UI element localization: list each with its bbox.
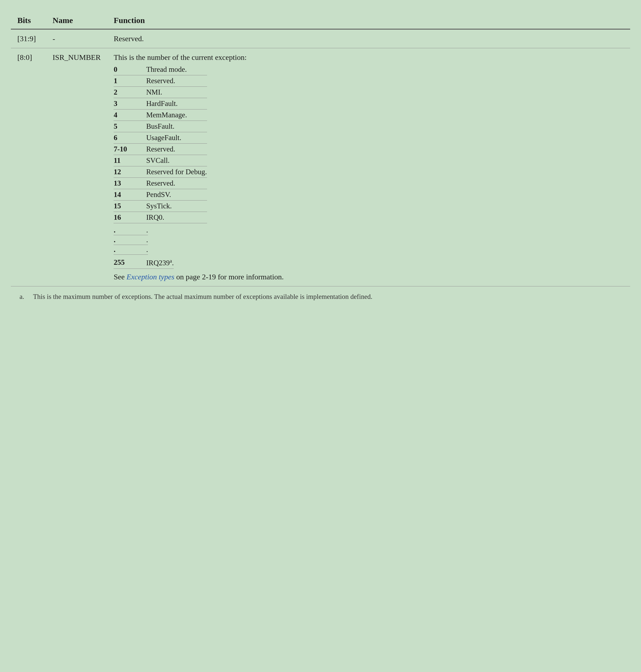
exception-entry-row: 1 Reserved. (113, 75, 207, 87)
exception-entry-row: 11 SVCall. (113, 155, 207, 166)
dot-row: . . (113, 245, 148, 255)
table-row: [31:9] - Reserved. (11, 29, 630, 48)
exception-num: 2 (113, 87, 146, 98)
exception-entry-row: 16 IRQ0. (113, 212, 207, 223)
exception-num: 13 (113, 178, 146, 189)
dot-row: . . (113, 235, 148, 245)
exception-entry-row: 14 PendSV. (113, 189, 207, 201)
exception-desc: MemManage. (146, 109, 207, 121)
see-prefix: See (113, 273, 126, 281)
exception-num: 16 (113, 212, 146, 223)
main-table: Bits Name Function [31:9] - Reserved. [8… (11, 11, 630, 286)
exception-desc: Reserved. (146, 143, 207, 155)
dot-desc: . (146, 225, 148, 235)
exception-entry-row: 12 Reserved for Debug. (113, 166, 207, 178)
dots-table: . . . . . . (113, 225, 148, 255)
exception-desc: BusFault. (146, 121, 207, 132)
exception-num: 4 (113, 109, 146, 121)
footnote-text: This is the maximum number of exceptions… (31, 292, 624, 302)
footnote-letter: a. (17, 292, 31, 302)
exception-entry-row: 6 UsageFault. (113, 132, 207, 143)
exception-num: 1 (113, 75, 146, 87)
table-row: [8:0] ISR_NUMBER This is the number of t… (11, 48, 630, 286)
exception-entry-row: 4 MemManage. (113, 109, 207, 121)
exception-desc: Reserved for Debug. (146, 166, 207, 178)
exception-num: 6 (113, 132, 146, 143)
exception-desc: Thread mode. (146, 64, 207, 75)
exception-table: 0 Thread mode. 1 Reserved. 2 NMI. 3 Hard… (113, 64, 207, 223)
dot-num: . (113, 245, 146, 255)
exception-entry-row: 3 HardFault. (113, 98, 207, 109)
function-intro: This is the number of the current except… (113, 53, 624, 62)
exception-num: 7-10 (113, 143, 146, 155)
exception-desc: Reserved. (146, 178, 207, 189)
exception-desc: PendSV. (146, 189, 207, 201)
exception-desc: IRQ0. (146, 212, 207, 223)
exception-desc: Reserved. (146, 75, 207, 87)
function-cell: Reserved. (107, 29, 630, 48)
footnote-row: a. This is the maximum number of excepti… (17, 292, 624, 302)
exception-entry-row: 2 NMI. (113, 87, 207, 98)
exception-entry-row: 13 Reserved. (113, 178, 207, 189)
dot-desc: . (146, 245, 148, 255)
link-suffix: on page 2-19 for more information. (174, 273, 284, 281)
dot-desc: . (146, 235, 148, 245)
dot-num: . (113, 235, 146, 245)
exception-desc: NMI. (146, 87, 207, 98)
irq-text: IRQ239 (146, 259, 170, 267)
exception-desc: HardFault. (146, 98, 207, 109)
footnote-superscript: a (170, 258, 172, 264)
last-entry-table: 255 IRQ239a. (113, 257, 174, 269)
exception-num: 3 (113, 98, 146, 109)
last-entry-row: 255 IRQ239a. (113, 257, 174, 269)
exception-num: 0 (113, 64, 146, 75)
exception-desc: UsageFault. (146, 132, 207, 143)
exception-desc: SysTick. (146, 201, 207, 212)
bits-cell: [31:9] (11, 29, 46, 48)
exception-entry-row: 0 Thread mode. (113, 64, 207, 75)
exception-desc: SVCall. (146, 155, 207, 166)
exception-num: 5 (113, 121, 146, 132)
name-cell: ISR_NUMBER (46, 48, 107, 286)
exception-entry-row: 5 BusFault. (113, 121, 207, 132)
last-desc: IRQ239a. (146, 257, 174, 269)
last-num: 255 (113, 257, 146, 269)
header-name: Name (46, 11, 107, 29)
dot-row: . . (113, 225, 148, 235)
header-bits: Bits (11, 11, 46, 29)
exception-num: 15 (113, 201, 146, 212)
see-also-line: See Exception types on page 2-19 for mor… (113, 273, 624, 281)
exception-types-link[interactable]: Exception types (126, 273, 174, 281)
footnote-section: a. This is the maximum number of excepti… (11, 286, 630, 304)
function-cell: This is the number of the current except… (107, 48, 630, 286)
exception-entry-row: 7-10 Reserved. (113, 143, 207, 155)
exception-num: 11 (113, 155, 146, 166)
dot-num: . (113, 225, 146, 235)
exception-num: 14 (113, 189, 146, 201)
bits-cell: [8:0] (11, 48, 46, 286)
exception-num: 12 (113, 166, 146, 178)
table-header-row: Bits Name Function (11, 11, 630, 29)
header-function: Function (107, 11, 630, 29)
exception-entry-row: 15 SysTick. (113, 201, 207, 212)
name-cell: - (46, 29, 107, 48)
footnote-table: a. This is the maximum number of excepti… (17, 292, 624, 302)
